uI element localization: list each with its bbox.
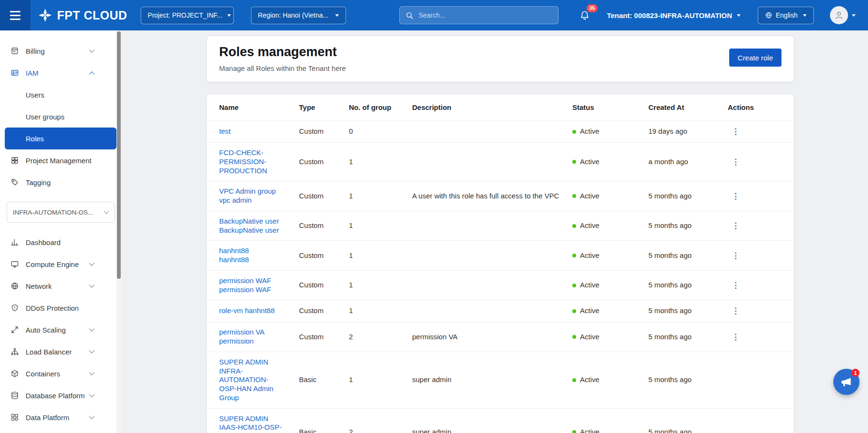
role-type: Custom	[299, 301, 349, 321]
status-label: Active	[580, 251, 599, 260]
sidebar-item-project-management[interactable]: Project Management	[0, 149, 121, 171]
table-row: test Custom 0 Active 19 days ago	[207, 121, 794, 143]
region-selector-label: Region: Hanoi (Vietna...	[258, 11, 328, 19]
sidebar-item-compute-engine[interactable]: Compute Engine	[0, 253, 121, 275]
table-header-row: Name Type No. of group Description Statu…	[207, 94, 794, 121]
row-actions-button[interactable]	[728, 221, 743, 231]
role-type: Custom	[299, 275, 349, 295]
sidebar-item-user-groups[interactable]: User groups	[0, 106, 121, 128]
network-icon	[10, 282, 19, 290]
sidebar-item-ddos-protection[interactable]: DDoS Protection	[0, 297, 121, 319]
sidebar-item-auto-scaling[interactable]: Auto Scaling	[0, 319, 121, 341]
sidebar-item-label: User groups	[26, 113, 94, 121]
role-subname-link[interactable]: vpc admin	[219, 196, 283, 205]
create-role-button[interactable]: Create role	[729, 49, 781, 67]
chevron-icon	[89, 47, 94, 52]
role-subname-link[interactable]: hanhnt88	[219, 256, 283, 265]
role-created-at: a month ago	[648, 152, 728, 172]
menu-button[interactable]	[0, 0, 30, 30]
language-selector[interactable]: English	[758, 7, 814, 24]
sidebar-scrollbar[interactable]	[116, 30, 121, 433]
role-description	[412, 156, 572, 167]
topbar: FPT CLOUD Project: PROJECT_INF... Region…	[0, 0, 868, 30]
role-group-count: 1	[349, 301, 412, 321]
tenant-selector[interactable]: Tenant: 000823-INFRA-AUTOMATION	[604, 11, 743, 20]
role-name-link[interactable]: SUPER ADMIN IAAS-HCM10-OSP-TEST-01 Admin…	[219, 414, 283, 433]
row-actions-button[interactable]	[728, 157, 743, 167]
role-name-link[interactable]: SUPER ADMIN INFRA-AUTOMATION-OSP-HAN Adm…	[219, 358, 283, 403]
sidebar-item-tagging[interactable]: Tagging	[0, 171, 121, 193]
role-subname-link[interactable]: permission WAF	[219, 285, 283, 295]
role-group-count: 1	[349, 216, 412, 236]
brand-logo[interactable]: FPT CLOUD	[38, 8, 127, 22]
role-name-link[interactable]: BackupNative user	[219, 217, 283, 226]
role-type: Custom	[299, 121, 349, 142]
status-label: Active	[580, 281, 599, 290]
row-actions-button[interactable]	[728, 127, 743, 137]
chevron-icon	[89, 392, 94, 397]
role-name-link[interactable]: test	[219, 127, 283, 136]
data-platform-icon	[10, 413, 19, 422]
sidebar-item-load-balancer[interactable]: Load Balancer	[0, 341, 121, 363]
project-management-icon	[10, 156, 19, 165]
status-label: Active	[580, 306, 599, 315]
search-input[interactable]	[418, 11, 552, 20]
sidebar-scrollbar-thumb[interactable]	[117, 31, 121, 279]
dashboard-icon	[10, 238, 19, 246]
status-label: Active	[580, 375, 599, 384]
vpc-selector-label: INFRA-AUTOMATION-OS...	[13, 209, 93, 216]
status-dot-icon	[572, 224, 576, 228]
fab-badge: 1	[851, 369, 859, 377]
globe-icon	[765, 11, 772, 19]
sidebar-item-data-platform[interactable]: Data Platform	[0, 406, 121, 428]
sidebar-item-billing[interactable]: Billing	[0, 40, 121, 62]
chevron-down-icon	[227, 14, 231, 17]
avatar	[830, 6, 848, 24]
role-group-count: 1	[349, 370, 412, 390]
role-type: Custom	[299, 327, 349, 347]
role-name-link[interactable]: permission WAF	[219, 276, 283, 285]
sidebar-item-users[interactable]: Users	[0, 84, 121, 106]
sidebar-item-network[interactable]: Network	[0, 275, 121, 297]
search-box	[399, 6, 559, 24]
sidebar-item-roles[interactable]: Roles	[5, 128, 116, 149]
sidebar-item-dashboard[interactable]: Dashboard	[0, 231, 121, 253]
role-name-link[interactable]: VPC Admin group	[219, 187, 283, 196]
row-actions-button[interactable]	[728, 191, 743, 201]
announcements-fab[interactable]: 1	[833, 369, 859, 395]
row-actions-button[interactable]	[728, 251, 743, 261]
tag-icon	[10, 178, 19, 187]
user-avatar[interactable]	[827, 6, 858, 25]
role-description	[412, 126, 572, 138]
status-dot-icon	[572, 160, 576, 164]
role-group-count: 1	[349, 152, 412, 172]
sidebar-item-containers[interactable]: Containers	[0, 363, 121, 384]
status-label: Active	[580, 157, 599, 167]
row-actions-button[interactable]	[728, 280, 743, 290]
role-type: Custom	[299, 152, 349, 172]
chevron-down-icon	[335, 14, 339, 17]
sidebar-item-database-platform[interactable]: Database Platform	[0, 384, 121, 406]
row-actions-button[interactable]	[728, 306, 743, 316]
role-name-link[interactable]: permission VA	[219, 328, 283, 337]
role-name-link[interactable]: FCD-CHECK-PERMISSION-PRODUCTION	[219, 148, 283, 175]
role-created-at: 5 months ago	[648, 327, 728, 347]
sidebar-item-iam[interactable]: IAM	[0, 62, 121, 84]
table-body: test Custom 0 Active 19 days ago	[207, 121, 794, 433]
notification-badge: 35	[587, 4, 597, 12]
role-description	[412, 220, 572, 232]
vpc-selector[interactable]: INFRA-AUTOMATION-OS...	[7, 202, 115, 223]
column-header: Name	[219, 94, 299, 120]
chevron-icon	[89, 71, 94, 77]
row-actions-button[interactable]	[728, 332, 743, 342]
project-selector[interactable]: Project: PROJECT_INF...	[141, 7, 234, 24]
table-row: SUPER ADMIN IAAS-HCM10-OSP-TEST-01 Admin…	[207, 409, 794, 433]
region-selector[interactable]: Region: Hanoi (Vietna...	[251, 7, 346, 24]
role-name-link[interactable]: hanhnt88	[219, 246, 283, 256]
role-subname-link[interactable]: permission	[219, 337, 283, 346]
notifications-button[interactable]: 35	[578, 8, 592, 22]
role-subname-link[interactable]: BackupNative user	[219, 226, 283, 235]
role-name-link[interactable]: role-vm hanhnt88	[219, 306, 283, 315]
table-row: permission WAF permission WAF Custom 1 A…	[207, 271, 794, 301]
containers-icon	[10, 369, 19, 378]
